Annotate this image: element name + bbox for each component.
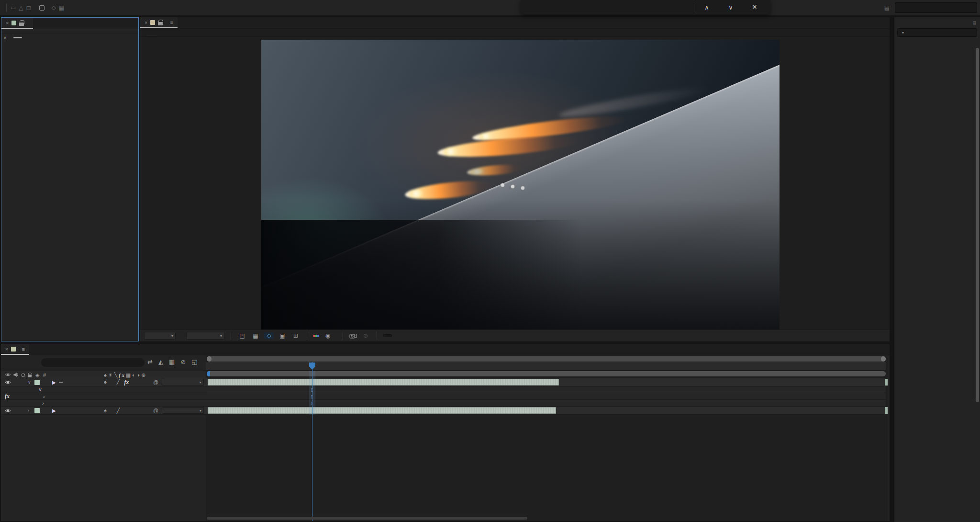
find-close-button[interactable]: × bbox=[746, 0, 763, 14]
timeline-panel: × ≡ ⇄ ◭ ▦ ⊘ ◱ ◈ # ♠☀╲fx▦◐◑⊕ bbox=[1, 344, 890, 521]
lock-icon[interactable] bbox=[19, 20, 24, 26]
effect-row-split-screen-masking[interactable]: fx › bbox=[1, 393, 206, 400]
layer-row-2[interactable]: › ▶ ♠╱ @ ▾ bbox=[1, 407, 206, 415]
preview-timecode[interactable] bbox=[383, 334, 392, 337]
help-search-input[interactable] bbox=[895, 2, 977, 13]
twirl-closed-icon[interactable]: › bbox=[28, 408, 34, 413]
parent-dropdown[interactable]: ▾ bbox=[162, 407, 204, 414]
switches-column-icons: ♠☀╲fx▦◐◑⊕ bbox=[104, 372, 147, 378]
layer-row-1[interactable]: ∨ ▶ ♠╱fx @ ▾ bbox=[1, 378, 206, 386]
tab-layer[interactable] bbox=[178, 17, 186, 28]
mask-visibility-icon[interactable]: ◇ bbox=[264, 332, 274, 339]
effect-handle-dot[interactable] bbox=[521, 186, 525, 190]
exposure-icon[interactable]: ◉ bbox=[323, 332, 333, 339]
find-bar: ∧ ∨ × bbox=[521, 0, 770, 14]
label-color-swatch[interactable] bbox=[34, 380, 40, 385]
panel-swatch bbox=[11, 21, 16, 25]
effects-presets-panel: ≡ ▾ bbox=[894, 17, 980, 522]
layer-bar-1[interactable] bbox=[208, 379, 559, 386]
draft-3d-icon[interactable]: ◭ bbox=[158, 358, 163, 365]
close-icon[interactable]: × bbox=[6, 20, 9, 26]
timeline-search-input[interactable] bbox=[41, 358, 145, 367]
workspace-switcher-icon[interactable]: ▤ bbox=[884, 4, 890, 11]
composition-bottom-bar: ▾ ▾ ◳ ▦ ◇ ▣ ⊞ ◉ ⊘ bbox=[140, 329, 890, 341]
resolution-dropdown[interactable]: ▾ bbox=[186, 332, 224, 340]
fx-badge: fx bbox=[5, 393, 10, 400]
snap-grid-icon[interactable]: ▦ bbox=[59, 4, 64, 11]
video-layer-icon: ▶ bbox=[52, 380, 56, 385]
workspace-icon-c[interactable]: ◻ bbox=[26, 4, 31, 11]
tab-effect-controls[interactable]: × bbox=[1, 18, 33, 29]
twirl-open-icon[interactable]: ∨ bbox=[3, 35, 8, 40]
snap-option-icon[interactable]: ◇ bbox=[52, 4, 56, 11]
panel-menu-icon[interactable]: ≡ bbox=[170, 20, 173, 25]
tab-title bbox=[27, 20, 28, 26]
graph-editor-icon[interactable]: ◱ bbox=[191, 358, 197, 365]
horizontal-scrollbar[interactable] bbox=[207, 517, 527, 520]
effect-handle-dot[interactable] bbox=[511, 184, 515, 189]
twirl-open-icon[interactable]: ∨ bbox=[28, 380, 34, 385]
rendered-frame[interactable] bbox=[261, 40, 780, 329]
label-color-swatch[interactable] bbox=[34, 408, 40, 413]
effects-search-input[interactable]: ▾ bbox=[897, 28, 977, 37]
snapping-checkbox[interactable] bbox=[39, 5, 45, 11]
viewer-tab-comp1[interactable] bbox=[146, 35, 157, 36]
time-navigator[interactable] bbox=[207, 356, 886, 362]
workspace-icon-b[interactable]: △ bbox=[19, 4, 23, 11]
guides-icon[interactable]: ⊞ bbox=[291, 332, 301, 339]
tab-timeline-comp1[interactable]: × ≡ bbox=[1, 344, 29, 355]
composition-viewport[interactable] bbox=[140, 37, 890, 329]
track-row bbox=[206, 400, 886, 407]
effects-presets-list bbox=[894, 40, 980, 522]
frame-blending-icon[interactable]: ▦ bbox=[169, 358, 175, 365]
close-icon[interactable]: × bbox=[5, 346, 8, 352]
toolbar: ▭ △ ◻ ◇ ▦ bbox=[0, 0, 980, 16]
find-prev-button[interactable]: ∧ bbox=[699, 0, 715, 14]
eye-icon[interactable] bbox=[5, 380, 11, 385]
show-snapshot-icon[interactable]: ⊘ bbox=[361, 332, 370, 339]
effect-handle-dot[interactable] bbox=[501, 183, 505, 187]
effects-group-row[interactable]: ∨ bbox=[1, 386, 206, 393]
selection-overlay-icon[interactable]: ◳ bbox=[237, 332, 247, 339]
panel-menu-icon[interactable]: ≡ bbox=[973, 20, 976, 26]
tab-title bbox=[166, 20, 167, 25]
effect-controls-panel: × ∨ bbox=[1, 17, 139, 341]
toolbar-divider bbox=[6, 3, 7, 12]
lock-column-icon bbox=[28, 373, 32, 377]
region-of-interest-icon[interactable]: ▣ bbox=[278, 332, 287, 339]
effect-header-row[interactable]: ∨ bbox=[1, 34, 138, 42]
panel-menu-icon[interactable]: ≡ bbox=[22, 346, 24, 352]
channel-icon[interactable] bbox=[313, 335, 319, 337]
video-column-icon bbox=[5, 372, 11, 377]
find-next-button[interactable]: ∨ bbox=[723, 0, 739, 14]
eye-icon[interactable] bbox=[5, 408, 11, 413]
tab-render-queue[interactable] bbox=[42, 344, 50, 355]
time-ruler[interactable] bbox=[206, 362, 886, 371]
parent-dropdown[interactable]: ▾ bbox=[162, 379, 204, 386]
bar-overflow-indicator bbox=[885, 407, 888, 414]
motion-blur-icon[interactable]: ⊘ bbox=[180, 358, 186, 365]
pick-whip-icon[interactable]: @ bbox=[153, 408, 158, 413]
close-icon[interactable]: × bbox=[145, 20, 147, 25]
magnification-dropdown[interactable]: ▾ bbox=[144, 332, 176, 340]
layer-name[interactable] bbox=[59, 382, 63, 383]
layer-bar-2[interactable] bbox=[208, 407, 556, 414]
panel-overflow-chevron[interactable] bbox=[130, 18, 138, 29]
snapshot-icon[interactable] bbox=[349, 333, 357, 339]
scrollbar-thumb[interactable] bbox=[976, 48, 979, 402]
effect-name[interactable] bbox=[13, 37, 22, 38]
timeline-track-area[interactable]: I I I bbox=[206, 355, 888, 521]
snapping-toggle[interactable] bbox=[39, 5, 47, 11]
tab-composition[interactable]: × ≡ bbox=[140, 17, 178, 28]
layer-switches[interactable]: ♠╱fx bbox=[104, 379, 129, 386]
workspace-icon-a[interactable]: ▭ bbox=[11, 4, 16, 11]
panel-swatch bbox=[150, 20, 155, 25]
transparency-grid-icon[interactable]: ▦ bbox=[251, 332, 260, 339]
comp-flowchart-icon[interactable]: ⇄ bbox=[147, 358, 153, 365]
layer-switches[interactable]: ♠╱ bbox=[104, 408, 120, 414]
work-area-bar[interactable] bbox=[207, 371, 886, 376]
pick-whip-icon[interactable]: @ bbox=[153, 379, 158, 385]
lock-icon[interactable] bbox=[158, 20, 163, 25]
transform-group-row[interactable]: › bbox=[1, 400, 206, 407]
meteor-flame-3 bbox=[467, 163, 524, 177]
